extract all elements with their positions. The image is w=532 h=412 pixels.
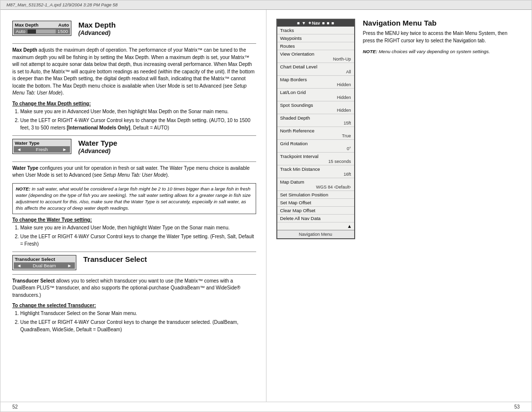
watertype-value: Fresh: [36, 147, 48, 152]
nav-menu-item-clear-map-offset[interactable]: Clear Map Offset: [277, 207, 354, 215]
left-page-number: 52: [12, 404, 18, 410]
divider-transducer: [12, 252, 256, 252]
watertype-arrow-left: ◄: [17, 147, 21, 152]
water-type-to-change: To change the Water Type setting:: [12, 217, 256, 222]
nav-menu-item-track-min-distance[interactable]: Track Min Distance 16ft: [277, 165, 354, 178]
nav-item-value-trackpoint-interval: 15 seconds: [280, 159, 351, 164]
transducer-step-1: Highlight Transducer Select on the Sonar…: [20, 310, 256, 317]
nav-item-value-track-min-distance: 16ft: [280, 172, 351, 177]
max-depth-steps: Make sure you are in Advanced User Mode,…: [20, 108, 256, 131]
nav-item-value-latlon-grid: Hidden: [280, 95, 351, 100]
max-depth-subtitle: (Advanced): [78, 30, 116, 36]
water-type-steps: Make sure you are in Advanced User Mode,…: [20, 224, 256, 248]
nav-menu-item-trackpoint-interval[interactable]: Trackpoint Interval 15 seconds: [277, 153, 354, 165]
transducer-title: Transducer Select: [83, 255, 147, 263]
max-depth-section: Max Depth Auto Auto 1500 Max Depth: [12, 21, 256, 131]
nav-menu-item-north-reference[interactable]: North Reference True: [277, 127, 354, 140]
international-models: [International Models Only]: [67, 125, 131, 130]
nav-text-column: Navigation Menu Tab Press the MENU key t…: [363, 19, 520, 239]
nav-menu-item-delete-nav-data[interactable]: Delete All Nav Data: [277, 215, 354, 222]
divider-after-transducer-header: [12, 274, 256, 275]
nav-note-label: NOTE:: [363, 49, 378, 54]
nav-menu-scroll[interactable]: ▲: [277, 222, 354, 230]
water-type-title-group: Water Type (Advanced): [78, 139, 117, 158]
nav-header-icon1: ■: [297, 21, 299, 26]
nav-menu-header: ■ ▼ ✦Nav ■ ■ ■: [277, 20, 354, 27]
max-depth-title-group: Max Depth (Advanced): [78, 21, 116, 39]
nav-item-value-map-datum: WGS 84 ‹Default›: [280, 185, 351, 190]
transducer-bold-term: Transducer Select: [12, 278, 55, 284]
maxdepth-bar: [28, 30, 56, 33]
max-depth-step-2: Use the LEFT or RIGHT 4-WAY Cursor Contr…: [20, 117, 256, 131]
nav-header-icon3: ■: [322, 21, 325, 26]
water-type-bold-term: Water Type: [12, 165, 38, 171]
nav-item-label-map-datum: Map Datum: [280, 179, 351, 185]
nav-item-value-view-orientation: North-Up: [280, 57, 351, 62]
watertype-label: Water Type: [15, 140, 39, 146]
transducer-arrow-right: ►: [67, 263, 72, 268]
transducer-widget: Transducer Select ◄ Dual Beam ►: [12, 255, 76, 270]
transducer-bottom: ◄ Dual Beam ►: [14, 262, 75, 269]
water-type-ref: Setup Menu Tab: User Mode: [103, 172, 166, 178]
nav-header-icon4: ■: [327, 21, 329, 26]
nav-item-label-north-reference: North Reference: [280, 128, 351, 133]
nav-menu-item-map-datum[interactable]: Map Datum WGS 84 ‹Default›: [277, 178, 354, 191]
transducer-arrow-left: ◄: [17, 263, 21, 268]
max-depth-widget-container: Max Depth Auto Auto 1500 Max Depth: [12, 21, 256, 39]
transducer-label: Transducer Select: [15, 256, 55, 262]
max-depth-step-1: Make sure you are in Advanced User Mode,…: [20, 108, 256, 115]
nav-menu-container: ■ ▼ ✦Nav ■ ■ ■ Tracks Waypoints Routes V…: [276, 19, 520, 239]
nav-item-label-waypoints: Waypoints: [280, 35, 302, 41]
nav-item-label-delete-nav-data: Delete All Nav Data: [280, 216, 321, 221]
nav-item-label-clear-map-offset: Clear Map Offset: [280, 208, 316, 213]
maxdepth-value-left: Auto: [16, 29, 26, 34]
water-type-step-1: Make sure you are in Advanced User Mode,…: [20, 224, 256, 231]
nav-menu-item-routes[interactable]: Routes: [277, 42, 354, 50]
nav-item-value-grid-rotation: 0°: [280, 146, 351, 151]
nav-menu-item-set-map-offset[interactable]: Set Map Offset: [277, 199, 354, 207]
nav-item-label-spot-soundings: Spot Soundings: [280, 102, 351, 108]
header-text: M87_Man_531352-1_A.qxd 12/9/2004 3:28 PM…: [6, 2, 118, 7]
water-type-step-2: Use the LEFT or RIGHT 4-WAY Cursor Contr…: [20, 233, 256, 248]
nav-menu-item-set-simulation[interactable]: Set Simulation Position: [277, 191, 354, 199]
nav-menu-item-view-orientation[interactable]: View Orientation North-Up: [277, 50, 354, 63]
maxdepth-bottom: Auto 1500: [14, 28, 70, 34]
nav-item-value-north-reference: True: [280, 133, 351, 138]
transducer-to-change: To change the selected Transducer:: [12, 303, 256, 308]
nav-menu-item-tracks[interactable]: Tracks: [277, 27, 354, 34]
nav-menu-footer: Navigation Menu: [277, 230, 354, 238]
water-type-widget-container: Water Type ◄ Fresh ► Water Type (Advance…: [12, 139, 256, 158]
nav-menu-item-chart-detail[interactable]: Chart Detail Level All: [277, 63, 354, 76]
maxdepth-value-right: 1500: [58, 29, 68, 34]
nav-item-label-shaded-depth: Shaded Depth: [280, 115, 351, 121]
nav-menu-item-spot-soundings[interactable]: Spot Soundings Hidden: [277, 101, 354, 114]
watertype-top: Water Type: [14, 140, 70, 146]
water-type-body: Water Type configures your unit for oper…: [12, 165, 256, 179]
water-type-title: Water Type: [78, 139, 117, 147]
bottom-bar: 52 53: [0, 402, 532, 412]
nav-menu-item-waypoints[interactable]: Waypoints: [277, 34, 354, 42]
nav-item-label-view-orientation: View Orientation: [280, 51, 351, 57]
nav-note-text: Menu choices will vary depending on syst…: [379, 49, 490, 54]
nav-menu-tab-body: Press the MENU key twice to access the M…: [363, 30, 520, 44]
maxdepth-bar-fill: [28, 30, 36, 33]
nav-item-value-shaded-depth: 15ft: [280, 121, 351, 126]
transducer-widget-container: Transducer Select ◄ Dual Beam ► Transduc…: [12, 255, 256, 270]
nav-menu-item-map-borders[interactable]: Map Borders Hidden: [277, 76, 354, 89]
main-content: Max Depth Auto Auto 1500 Max Depth: [0, 10, 532, 402]
nav-menu-item-latlon-grid[interactable]: Lat/Lon Grid Hidden: [277, 89, 354, 101]
transducer-value: Dual Beam: [33, 263, 56, 268]
water-type-section: Water Type ◄ Fresh ► Water Type (Advance…: [12, 139, 256, 248]
nav-item-value-map-borders: Hidden: [280, 82, 351, 87]
top-bar: M87_Man_531352-1_A.qxd 12/9/2004 3:28 PM…: [0, 0, 532, 10]
nav-menu-tab-note: NOTE: Menu choices will vary depending o…: [363, 48, 520, 55]
nav-menu-item-grid-rotation[interactable]: Grid Rotation 0°: [277, 140, 354, 153]
water-type-widget: Water Type ◄ Fresh ►: [12, 139, 71, 154]
transducer-step-2: Use the LEFT or RIGHT 4-WAY Cursor Contr…: [20, 318, 256, 333]
watertype-arrow-right: ►: [63, 147, 67, 152]
nav-menu-tab-title: Navigation Menu Tab: [363, 19, 520, 27]
nav-menu-box: ■ ▼ ✦Nav ■ ■ ■ Tracks Waypoints Routes V…: [276, 19, 355, 239]
nav-menu-item-shaded-depth[interactable]: Shaded Depth 15ft: [277, 114, 354, 127]
transducer-top: Transducer Select: [14, 256, 75, 262]
max-depth-body: Max Depth adjusts the maximum depth of o…: [12, 47, 256, 97]
